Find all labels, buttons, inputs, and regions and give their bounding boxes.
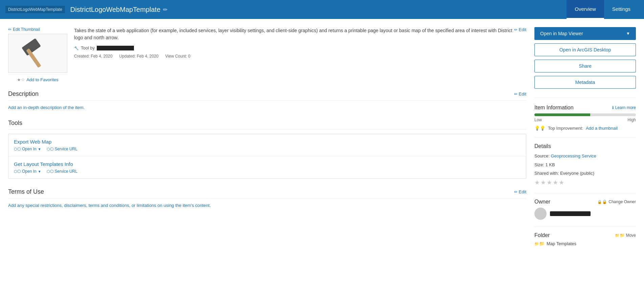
description-header: Description Edit (8, 90, 526, 101)
page-body: Edit Thumbnail ☆ Add to Favorites (0, 19, 644, 261)
details-size-row: Size: 1 KB (534, 162, 636, 168)
terms-edit-link[interactable]: Edit (514, 189, 526, 194)
tab-overview[interactable]: Overview (567, 0, 604, 19)
lock-icon: 🔒 (597, 199, 607, 204)
tool-export-web-map[interactable]: Export Web Map (14, 139, 521, 145)
dropdown-icon-2 (38, 170, 41, 173)
open-map-viewer-button[interactable]: Open in Map Viewer ▼ (534, 27, 636, 40)
terms-edit-icon (514, 189, 518, 194)
title-text: DistrictLogoWebMapTemplate (70, 6, 160, 14)
star-icon: ☆ (17, 77, 25, 82)
star-3[interactable]: ★ (547, 179, 552, 186)
progress-labels: Low High (534, 118, 636, 122)
tools-container: Export Web Map ⬡ Open In ⬡ Service URL (8, 134, 526, 179)
change-owner-link[interactable]: 🔒 Change Owner (597, 199, 636, 204)
terms-section: Terms of Use Edit Add any special restri… (8, 188, 526, 208)
folder-section: Folder 📁 Move 📁 Map Templates (534, 232, 636, 246)
open-icon: ⬡ (14, 147, 21, 151)
edit-thumbnail-link[interactable]: Edit Thumbnail (8, 27, 67, 32)
dropdown-icon (38, 147, 41, 151)
list-item: Export Web Map ⬡ Open In ⬡ Service URL (8, 134, 526, 156)
main-content: Edit Thumbnail ☆ Add to Favorites (8, 27, 526, 253)
tool-by-line: Tool by (74, 45, 526, 50)
move-folder-link[interactable]: 📁 Move (615, 233, 636, 238)
tab-settings[interactable]: Settings (604, 0, 639, 19)
tool-get-layout-templates[interactable]: Get Layout Templates Info (14, 161, 521, 167)
description-empty-link[interactable]: Add an in-depth description of the item. (8, 105, 85, 110)
right-panel: Open in Map Viewer ▼ Open in ArcGIS Desk… (534, 27, 636, 253)
details-source-row: Source: Geoprocessing Service (534, 153, 636, 159)
item-meta: Created: Feb 4, 2020 Updated: Feb 4, 202… (74, 54, 526, 59)
divider-1 (534, 98, 636, 98)
low-label: Low (534, 118, 542, 122)
star-4[interactable]: ★ (553, 179, 558, 186)
folder-move-icon: 📁 (615, 233, 625, 238)
high-label: High (627, 118, 636, 122)
folder-title: Folder 📁 Move (534, 232, 636, 238)
tool-1-service-url[interactable]: ⬡ Service URL (47, 147, 77, 151)
header: DistrictLogoWebMapTemplate DistrictLogoW… (0, 0, 644, 19)
star-5[interactable]: ★ (559, 179, 564, 186)
wrench-icon (74, 45, 79, 50)
description-edit-link[interactable]: Edit (514, 91, 526, 97)
tools-title: Tools (8, 120, 22, 127)
thumbnail-box (8, 34, 67, 73)
owner-name-redacted (97, 46, 134, 50)
details-title: Details (534, 143, 636, 149)
share-button[interactable]: Share (534, 60, 636, 72)
pencil-icon (8, 27, 12, 32)
terms-title: Terms of Use (8, 188, 44, 195)
metadata-button[interactable]: Metadata (534, 76, 636, 89)
progress-bar-container (534, 113, 636, 116)
item-edit-link[interactable]: Edit (514, 27, 526, 32)
details-section: Details Source: Geoprocessing Service Si… (534, 143, 636, 186)
info-icon: ℹ (612, 105, 614, 110)
item-information-section: Item Information ℹ Learn more Low High 💡… (534, 105, 636, 131)
item-header: Edit Thumbnail ☆ Add to Favorites (8, 27, 526, 82)
divider-4 (534, 227, 636, 227)
description-section: Description Edit Add an in-depth descrip… (8, 90, 526, 110)
folder-icon: 📁 (534, 241, 545, 246)
terms-header: Terms of Use Edit (8, 188, 526, 198)
breadcrumb[interactable]: DistrictLogoWebMapTemplate (5, 6, 65, 13)
tool-2-actions: ⬡ Open In ⬡ Service URL (14, 169, 521, 174)
star-2[interactable]: ★ (540, 179, 546, 186)
service-url-icon-2: ⬡ (47, 169, 53, 174)
list-item: Get Layout Templates Info ⬡ Open In ⬡ Se… (8, 156, 526, 178)
tool-2-open-in[interactable]: ⬡ Open In (14, 169, 41, 174)
hammer-image (19, 38, 56, 69)
add-favorites-button[interactable]: ☆ Add to Favorites (8, 74, 67, 82)
item-information-title: Item Information ℹ Learn more (534, 105, 636, 111)
updated-date: Updated: Feb 4, 2020 (119, 54, 158, 59)
learn-more-link[interactable]: ℹ Learn more (612, 105, 636, 110)
edit-title-icon[interactable]: ✏ (163, 6, 167, 13)
avatar (534, 208, 547, 220)
open-arcgis-button[interactable]: Open in ArcGIS Desktop (534, 43, 636, 56)
thumbnail-area: Edit Thumbnail ☆ Add to Favorites (8, 27, 67, 82)
view-count: View Count: 0 (165, 54, 191, 59)
add-thumbnail-link[interactable]: Add a thumbnail (586, 126, 618, 131)
tool-2-service-url[interactable]: ⬡ Service URL (47, 169, 77, 174)
item-description: Takes the state of a web application (fo… (74, 27, 514, 41)
top-improvement: 💡 Top Improvement: Add a thumbnail (534, 126, 636, 131)
description-title: Description (8, 90, 39, 98)
item-info-text: Takes the state of a web application (fo… (74, 27, 526, 82)
service-url-icon: ⬡ (47, 147, 53, 151)
open-icon-2: ⬡ (14, 169, 21, 174)
details-source-link[interactable]: Geoprocessing Service (551, 153, 596, 158)
tool-1-actions: ⬡ Open In ⬡ Service URL (14, 147, 521, 151)
description-edit-icon (514, 91, 518, 97)
terms-empty-link[interactable]: Add any special restrictions, disclaimer… (8, 203, 211, 208)
owner-info (534, 208, 636, 220)
tools-header: Tools (8, 120, 526, 130)
details-shared-row: Shared with: Everyone (public) (534, 170, 636, 177)
tool-1-open-in[interactable]: ⬡ Open In (14, 147, 41, 151)
star-1[interactable]: ★ (534, 179, 540, 186)
open-map-viewer-dropdown-icon[interactable]: ▼ (626, 31, 630, 36)
created-date: Created: Feb 4, 2020 (74, 54, 112, 59)
progress-bar-fill (534, 113, 590, 116)
tools-section: Tools Export Web Map ⬡ Open In ⬡ Serv (8, 120, 526, 179)
page-title: DistrictLogoWebMapTemplate ✏ (70, 6, 567, 14)
owner-title: Owner 🔒 Change Owner (534, 199, 636, 205)
divider-3 (534, 193, 636, 193)
